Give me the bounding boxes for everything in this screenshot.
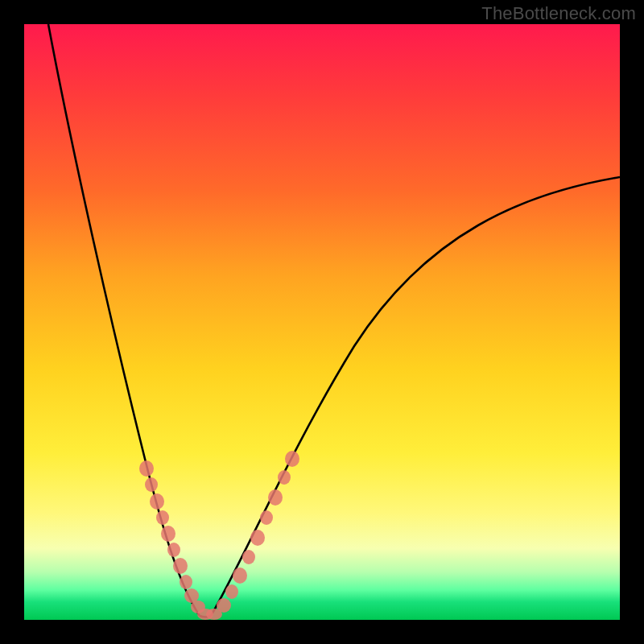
chart-plot-area — [24, 24, 620, 620]
data-point — [161, 526, 175, 542]
data-point — [260, 510, 273, 525]
data-point — [250, 530, 265, 546]
watermark-text: TheBottleneck.com — [481, 3, 636, 24]
bottleneck-curve-left — [48, 24, 200, 616]
data-point — [268, 489, 283, 506]
data-point — [285, 451, 299, 467]
data-point — [233, 568, 247, 584]
data-point — [225, 584, 238, 599]
data-point — [139, 460, 154, 477]
data-point — [156, 510, 169, 525]
data-point — [150, 493, 164, 510]
data-point — [278, 470, 291, 485]
data-point — [217, 598, 231, 613]
data-point — [180, 575, 192, 589]
data-point — [242, 550, 255, 564]
data-point — [173, 558, 188, 574]
chart-svg — [24, 24, 620, 620]
data-point — [167, 543, 180, 557]
data-point — [145, 477, 158, 492]
data-points-group — [139, 451, 299, 620]
bottleneck-curve-right — [211, 177, 620, 616]
chart-frame: TheBottleneck.com — [0, 0, 644, 644]
